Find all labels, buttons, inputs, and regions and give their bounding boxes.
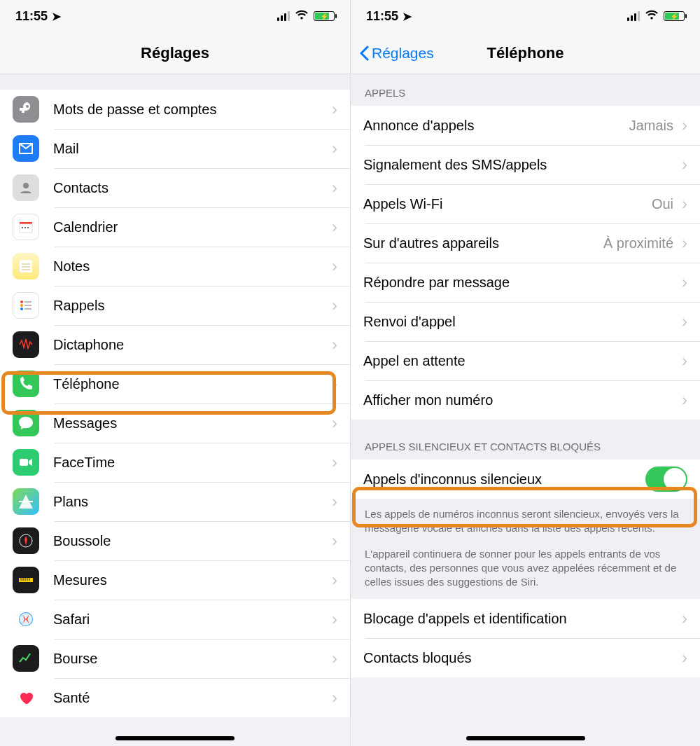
- settings-row-passwords[interactable]: Mots de passe et comptes›: [0, 90, 350, 129]
- status-time: 11:55: [15, 9, 48, 24]
- phone-row-label: Renvoi d'appel: [363, 314, 679, 330]
- phone-title: Téléphone: [486, 44, 564, 62]
- settings-row-maps[interactable]: Plans›: [0, 482, 350, 521]
- phone-row-value: Oui: [652, 196, 673, 212]
- phone-row-blockid[interactable]: Blocage d'appels et identification›: [351, 599, 700, 638]
- settings-row-compass[interactable]: Boussole›: [0, 521, 350, 560]
- settings-row-safari[interactable]: Safari›: [0, 600, 350, 639]
- phone-row-report[interactable]: Signalement des SMS/appels›: [351, 145, 700, 184]
- chevron-right-icon: ›: [332, 688, 337, 707]
- settings-row-label: Rappels: [53, 298, 329, 314]
- chevron-right-icon: ›: [332, 531, 337, 551]
- status-bar-2: 11:55 ➤ ⚡: [351, 0, 700, 32]
- settings-row-label: Safari: [53, 612, 329, 628]
- battery-icon: ⚡: [314, 11, 335, 21]
- phone-row-announce[interactable]: Annonce d'appelsJamais›: [351, 106, 700, 145]
- phone-navbar: Réglages Téléphone: [351, 32, 700, 74]
- chevron-right-icon: ›: [332, 296, 337, 315]
- mail-icon: [13, 135, 39, 162]
- phone-row-label: Afficher mon numéro: [363, 392, 679, 408]
- settings-row-stocks[interactable]: Bourse›: [0, 639, 350, 678]
- phone-row-label: Contacts bloqués: [363, 650, 679, 666]
- wifi-icon: [295, 9, 309, 24]
- settings-row-label: Santé: [53, 690, 329, 706]
- settings-row-label: Boussole: [53, 533, 329, 549]
- phone-row-value: Jamais: [629, 118, 673, 134]
- settings-title: Réglages: [141, 44, 209, 62]
- chevron-right-icon: ›: [332, 178, 337, 198]
- maps-icon: [13, 488, 39, 515]
- facetime-icon: [13, 449, 39, 476]
- settings-row-label: Contacts: [53, 180, 329, 196]
- silence-unknown-label: Appels d'inconnus silencieux: [363, 471, 645, 488]
- settings-row-messages[interactable]: Messages›: [0, 403, 350, 443]
- back-button[interactable]: Réglages: [359, 45, 434, 62]
- settings-row-label: Mesures: [53, 572, 329, 588]
- phone-row-showid[interactable]: Afficher mon numéro›: [351, 380, 700, 420]
- settings-row-facetime[interactable]: FaceTime›: [0, 443, 350, 482]
- section-header-calls: APPELS: [351, 74, 700, 106]
- settings-row-measures[interactable]: Mesures›: [0, 560, 350, 600]
- settings-row-notes[interactable]: Notes›: [0, 247, 350, 286]
- home-indicator: [115, 736, 234, 740]
- silence-footer-1: Les appels de numéros inconnus seront si…: [351, 499, 700, 546]
- chevron-right-icon: ›: [332, 453, 337, 472]
- reminders-icon: [13, 292, 39, 319]
- stocks-icon: [13, 645, 39, 672]
- phone-row-wifi[interactable]: Appels Wi-FiOui›: [351, 184, 700, 223]
- signal-icon-2: [627, 11, 640, 21]
- chevron-right-icon: ›: [682, 312, 687, 331]
- chevron-right-icon: ›: [682, 609, 687, 628]
- phone-row-value: À proximité: [603, 235, 673, 251]
- chevron-right-icon: ›: [332, 256, 337, 276]
- svg-point-4: [24, 227, 26, 228]
- chevron-right-icon: ›: [332, 570, 337, 590]
- silence-unknown-row[interactable]: Appels d'inconnus silencieux: [351, 460, 700, 499]
- settings-row-label: Bourse: [53, 651, 329, 667]
- safari-icon: [13, 606, 39, 633]
- notes-icon: [13, 253, 39, 279]
- battery-icon-2: ⚡: [664, 11, 685, 21]
- chevron-right-icon: ›: [332, 374, 337, 394]
- status-bar: 11:55 ➤ ⚡: [0, 0, 350, 32]
- svg-point-11: [20, 304, 23, 307]
- phone-row-waiting[interactable]: Appel en attente›: [351, 341, 700, 380]
- phone-row-label: Appels Wi-Fi: [363, 196, 652, 212]
- phone-row-blocked[interactable]: Contacts bloqués›: [351, 638, 700, 677]
- phone-row-label: Annonce d'appels: [363, 118, 629, 134]
- settings-row-mail[interactable]: Mail›: [0, 129, 350, 168]
- silence-unknown-toggle[interactable]: [645, 467, 687, 492]
- phone-row-label: Répondre par message: [363, 275, 679, 291]
- home-indicator-2: [466, 736, 585, 740]
- svg-rect-6: [20, 260, 32, 272]
- settings-row-label: Plans: [53, 494, 329, 510]
- phone-row-forward[interactable]: Renvoi d'appel›: [351, 302, 700, 341]
- location-icon-2: ➤: [402, 10, 412, 23]
- compass-icon: [13, 527, 39, 554]
- chevron-right-icon: ›: [332, 139, 337, 158]
- settings-row-reminders[interactable]: Rappels›: [0, 286, 350, 325]
- settings-row-label: Téléphone: [53, 376, 329, 392]
- section-header-silence: APPELS SILENCIEUX ET CONTACTS BLOQUÉS: [351, 420, 700, 460]
- chevron-right-icon: ›: [332, 413, 337, 433]
- settings-row-label: Mail: [53, 141, 329, 157]
- phone-icon: [13, 371, 39, 397]
- phone-row-otherdev[interactable]: Sur d'autres appareilsÀ proximité›: [351, 223, 700, 263]
- contacts-icon: [13, 174, 39, 201]
- settings-row-contacts[interactable]: Contacts›: [0, 168, 350, 207]
- svg-point-5: [27, 227, 29, 228]
- settings-row-label: Notes: [53, 258, 329, 275]
- phone-row-label: Blocage d'appels et identification: [363, 611, 679, 627]
- settings-row-label: Mots de passe et comptes: [53, 102, 329, 118]
- settings-row-voicerec[interactable]: Dictaphone›: [0, 325, 350, 364]
- chevron-right-icon: ›: [682, 351, 687, 371]
- chevron-right-icon: ›: [682, 272, 687, 292]
- settings-row-health[interactable]: Santé›: [0, 678, 350, 717]
- phone-row-respondmsg[interactable]: Répondre par message›: [351, 263, 700, 302]
- chevron-right-icon: ›: [682, 116, 687, 135]
- settings-row-calendar[interactable]: Calendrier›: [0, 207, 350, 247]
- settings-row-phone[interactable]: Téléphone›: [0, 364, 350, 403]
- svg-point-12: [20, 308, 23, 310]
- calendar-icon: [13, 214, 39, 240]
- back-label: Réglages: [372, 45, 434, 62]
